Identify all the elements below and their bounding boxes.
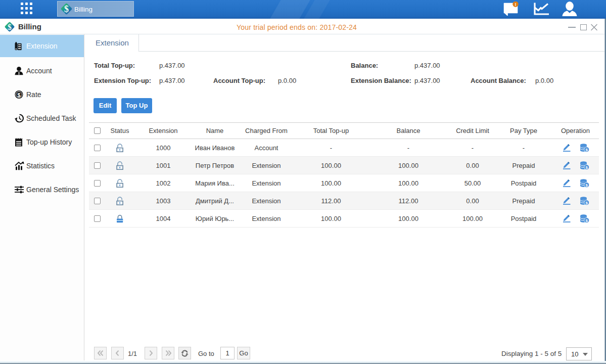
- svg-text:$: $: [8, 23, 12, 31]
- svg-text:$: $: [17, 92, 21, 98]
- svg-text:!: !: [515, 2, 517, 7]
- svg-text:$: $: [64, 4, 69, 14]
